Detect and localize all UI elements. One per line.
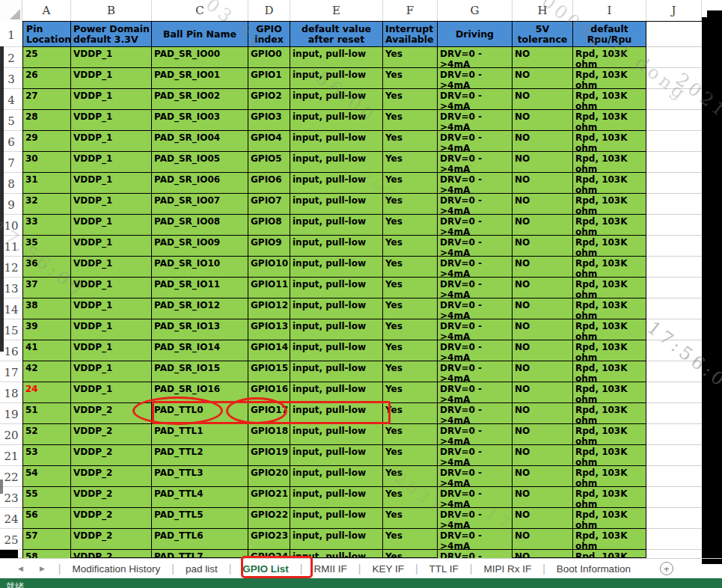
cell-power-domain[interactable]: VDDP_1 xyxy=(71,68,152,89)
cell-power-domain[interactable]: VDDP_1 xyxy=(71,340,152,361)
cell-default-rpu[interactable]: Rpd, 103K ohm xyxy=(573,298,646,319)
cell-ball-pin-name[interactable]: PAD_SR_IO07 xyxy=(152,194,248,215)
cell-pin-location[interactable]: 41 xyxy=(22,340,71,361)
cell-ball-pin-name[interactable]: PAD_SR_IO09 xyxy=(152,236,248,257)
cell-5v-tolerance[interactable]: NO xyxy=(513,487,573,508)
cell-power-domain[interactable]: VDDP_1 xyxy=(71,382,152,403)
cell-interrupt[interactable]: Yes xyxy=(383,361,438,382)
cell-driving[interactable]: DRV=0 ->4mADRV=1 ->8mA xyxy=(438,445,513,466)
cell-default-rpu[interactable]: Rpd, 103K ohm xyxy=(573,236,646,257)
cell-default-value[interactable]: input, pull-low xyxy=(290,361,383,382)
cell-ball-pin-name[interactable]: PAD_SR_IO01 xyxy=(152,68,248,89)
cell-power-domain[interactable]: VDDP_2 xyxy=(71,529,152,550)
column-header-c[interactable]: C xyxy=(152,0,248,21)
header-gpio-index[interactable]: GPIOindex xyxy=(248,21,290,47)
cell-default-rpu[interactable]: Rpd, 103K ohm xyxy=(573,257,646,278)
cell-pin-location[interactable]: 26 xyxy=(22,68,71,89)
cell-default-value[interactable]: input, pull-low xyxy=(290,340,383,361)
cell-interrupt[interactable]: Yes xyxy=(383,68,438,89)
cell-interrupt[interactable]: Yes xyxy=(383,131,438,152)
cell-ball-pin-name[interactable]: PAD_SR_IO06 xyxy=(152,173,248,194)
cell-pin-location[interactable]: 30 xyxy=(22,152,71,173)
cell-default-rpu[interactable]: Rpd, 103K ohm xyxy=(573,445,646,466)
header-default-rpu[interactable]: defaultRpu/Rpu xyxy=(573,21,646,47)
cell-5v-tolerance[interactable]: NO xyxy=(513,215,573,236)
cell-5v-tolerance[interactable]: NO xyxy=(513,152,573,173)
cell-default-rpu[interactable]: Rpd, 103K ohm xyxy=(573,361,646,382)
cell-driving[interactable]: DRV=0 ->4mADRV=1 ->8mA xyxy=(438,173,513,194)
sheet-nav-right-icon[interactable]: ▶ xyxy=(40,565,45,572)
cell-pin-location[interactable]: 38 xyxy=(22,298,71,319)
cell-default-value[interactable]: input, pull-low xyxy=(290,487,383,508)
cell-5v-tolerance[interactable]: NO xyxy=(513,236,573,257)
cell-default-value[interactable]: input, pull-low xyxy=(290,110,383,131)
cell-power-domain[interactable]: VDDP_1 xyxy=(71,194,152,215)
cell-driving[interactable]: DRV=0 ->4mADRV=1 ->8mA xyxy=(438,89,513,110)
cell-interrupt[interactable]: Yes xyxy=(383,194,438,215)
cell-default-rpu[interactable]: Rpd, 103K ohm xyxy=(573,529,646,550)
cell-gpio-index[interactable]: GPIO5 xyxy=(248,152,290,173)
cell-gpio-index[interactable]: GPIO1 xyxy=(248,68,290,89)
cell-5v-tolerance[interactable]: NO xyxy=(513,278,573,298)
header-interrupt[interactable]: InterruptAvailable xyxy=(383,21,438,47)
cell-empty-j[interactable] xyxy=(646,173,702,194)
cell-gpio-index[interactable]: GPIO14 xyxy=(248,340,290,361)
cell-driving[interactable]: DRV=0 ->4mADRV=1 ->8mA xyxy=(438,236,513,257)
cell-empty-j[interactable] xyxy=(646,278,702,298)
sheet-tab-ttl-if[interactable]: TTL IF xyxy=(420,560,468,578)
cell-interrupt[interactable]: Yes xyxy=(383,403,438,424)
cell-interrupt[interactable]: Yes xyxy=(383,173,438,194)
header-pin-location[interactable]: PinLocation xyxy=(22,21,71,47)
row-header-19[interactable]: 19 xyxy=(0,403,22,424)
cell-driving[interactable]: DRV=0 ->4mADRV=1 ->8mA xyxy=(438,47,513,68)
cell-empty-j[interactable] xyxy=(646,131,702,152)
cell-pin-location[interactable]: 55 xyxy=(22,487,71,508)
select-all-corner[interactable] xyxy=(0,0,22,21)
cell-interrupt[interactable]: Yes xyxy=(383,89,438,110)
cell-pin-location[interactable]: 29 xyxy=(22,131,71,152)
cell-gpio-index[interactable]: GPIO11 xyxy=(248,278,290,298)
cell-driving[interactable]: DRV=0 ->4mADRV=1 ->8mA xyxy=(438,152,513,173)
cell-gpio-index[interactable]: GPIO8 xyxy=(248,215,290,236)
cell-default-value[interactable]: input, pull-low xyxy=(290,424,383,445)
cell-power-domain[interactable]: VDDP_1 xyxy=(71,215,152,236)
header-ball-pin-name[interactable]: Ball Pin Name xyxy=(152,21,248,47)
cell-power-domain[interactable]: VDDP_1 xyxy=(71,89,152,110)
cell-default-rpu[interactable]: Rpd, 103K ohm xyxy=(573,550,646,558)
cell-driving[interactable]: DRV=0 ->4mADRV=1 ->8mA xyxy=(438,487,513,508)
cell-power-domain[interactable]: VDDP_1 xyxy=(71,47,152,68)
cell-default-rpu[interactable]: Rpd, 103K ohm xyxy=(573,382,646,403)
cell-ball-pin-name[interactable]: PAD_SR_IO05 xyxy=(152,152,248,173)
cell-interrupt[interactable]: Yes xyxy=(383,236,438,257)
cell-empty-j[interactable] xyxy=(646,89,702,110)
cell-ball-pin-name[interactable]: PAD_SR_IO03 xyxy=(152,110,248,131)
cell-pin-location[interactable]: 24 xyxy=(22,382,71,403)
cell-5v-tolerance[interactable]: NO xyxy=(513,529,573,550)
cell-interrupt[interactable]: Yes xyxy=(383,445,438,466)
cell-power-domain[interactable]: VDDP_1 xyxy=(71,298,152,319)
cell-empty-j[interactable] xyxy=(646,47,702,68)
cell-default-value[interactable]: input, pull-low xyxy=(290,298,383,319)
cell-5v-tolerance[interactable]: NO xyxy=(513,424,573,445)
cell-gpio-index[interactable]: GPIO22 xyxy=(248,508,290,529)
cell-interrupt[interactable]: Yes xyxy=(383,529,438,550)
column-header-j[interactable]: J xyxy=(646,0,702,21)
cell-pin-location[interactable]: 25 xyxy=(22,47,71,68)
cell-default-rpu[interactable]: Rpd, 103K ohm xyxy=(573,215,646,236)
row-header-1[interactable]: 1 xyxy=(0,21,22,47)
cell-power-domain[interactable]: VDDP_1 xyxy=(71,319,152,340)
cell-ball-pin-name[interactable]: PAD_SR_IO02 xyxy=(152,89,248,110)
cell-ball-pin-name[interactable]: PAD_SR_IO11 xyxy=(152,278,248,298)
cell-ball-pin-name[interactable]: PAD_TTL2 xyxy=(152,445,248,466)
cell-5v-tolerance[interactable]: NO xyxy=(513,257,573,278)
row-header-23[interactable]: 23 xyxy=(0,487,22,508)
cell-5v-tolerance[interactable]: NO xyxy=(513,173,573,194)
cell-empty-j[interactable] xyxy=(646,215,702,236)
cell-interrupt[interactable]: Yes xyxy=(383,319,438,340)
cell-pin-location[interactable]: 36 xyxy=(22,257,71,278)
cell-gpio-index[interactable]: GPIO15 xyxy=(248,361,290,382)
cell-pin-location[interactable]: 35 xyxy=(22,236,71,257)
cell-empty-j[interactable] xyxy=(646,508,702,529)
row-header-18[interactable]: 18 xyxy=(0,382,22,403)
cell-empty-j[interactable] xyxy=(646,236,702,257)
